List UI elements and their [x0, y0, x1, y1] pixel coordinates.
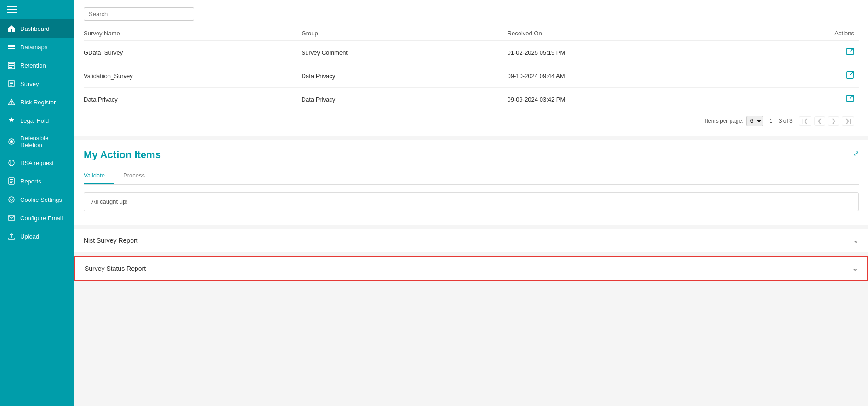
svg-rect-19 — [10, 179, 13, 180]
search-bar — [84, 7, 859, 21]
chevron-down-icon: ⌄ — [852, 264, 858, 273]
retention-icon — [7, 61, 16, 69]
sidebar-item-defensible-deletion[interactable]: Defensible Deletion — [0, 130, 74, 154]
sidebar-item-label: Risk Register — [20, 99, 56, 106]
svg-point-15 — [10, 140, 13, 143]
table-row: Validatiion_Survey Data Privacy 09-10-20… — [84, 64, 859, 88]
hamburger-icon[interactable] — [7, 6, 17, 13]
sidebar-item-label: Legal Hold — [20, 117, 49, 124]
col-actions: Actions — [760, 26, 859, 41]
survey-status-report-section[interactable]: Survey Status Report ⌄ — [74, 256, 868, 281]
svg-rect-5 — [9, 65, 14, 66]
pagination: Items per page: 6 1 – 3 of 3 |❮ ❮ ❯ ❯| — [84, 111, 859, 129]
col-survey-name: Survey Name — [84, 26, 302, 41]
expand-icon[interactable]: ⤢ — [853, 149, 859, 158]
legalhold-icon — [7, 116, 16, 125]
sidebar-item-label: Datamaps — [20, 44, 47, 51]
svg-rect-9 — [10, 83, 13, 84]
page-range: 1 – 3 of 3 — [770, 118, 793, 124]
sidebar-item-label: Defensible Deletion — [20, 135, 67, 149]
deletion-icon — [7, 137, 16, 146]
sidebar-item-datamaps[interactable]: Datamaps — [0, 38, 74, 56]
sidebar-item-label: Reports — [20, 178, 41, 185]
svg-rect-2 — [8, 48, 15, 49]
cell-group: Data Privacy — [302, 88, 508, 111]
cell-actions — [760, 41, 859, 64]
first-page-btn[interactable]: |❮ — [799, 116, 811, 126]
svg-point-22 — [9, 197, 14, 202]
per-page-select[interactable]: 6 — [746, 116, 763, 126]
sidebar-item-label: Configure Email — [20, 215, 63, 222]
cell-actions — [760, 64, 859, 88]
cell-received-on: 01-02-2025 05:19 PM — [508, 41, 761, 64]
survey-responses-panel: Survey Name Group Received On Actions GD… — [74, 0, 868, 136]
open-icon[interactable] — [846, 73, 854, 80]
svg-point-23 — [10, 199, 11, 200]
sidebar-item-reports[interactable]: Reports — [0, 172, 74, 190]
datamaps-icon — [7, 43, 16, 51]
col-group: Group — [302, 26, 508, 41]
action-items-title: My Action Items — [84, 149, 859, 161]
home-icon — [7, 24, 16, 33]
col-received-on: Received On — [508, 26, 761, 41]
caught-up-message: All caught up! — [84, 192, 859, 211]
open-icon[interactable] — [846, 49, 854, 57]
tab-validate[interactable]: Validate — [84, 168, 114, 184]
survey-status-report-title: Survey Status Report — [85, 265, 146, 272]
sidebar-item-legal-hold[interactable]: Legal Hold — [0, 111, 74, 130]
cell-survey-name: Data Privacy — [84, 88, 302, 111]
svg-point-25 — [11, 200, 12, 201]
sidebar-item-label: Retention — [20, 62, 46, 69]
prev-page-btn[interactable]: ❮ — [814, 116, 825, 126]
cell-received-on: 09-09-2024 03:42 PM — [508, 88, 761, 111]
panel-content: Survey Name Group Received On Actions GD… — [74, 0, 868, 136]
reports-icon — [7, 177, 16, 185]
cell-group: Survey Comment — [302, 41, 508, 64]
chevron-down-icon: ⌄ — [853, 236, 859, 245]
cell-survey-name: GData_Survey — [84, 41, 302, 64]
survey-table: Survey Name Group Received On Actions GD… — [84, 26, 859, 111]
cell-group: Data Privacy — [302, 64, 508, 88]
svg-rect-21 — [10, 182, 12, 183]
action-items-panel: My Action Items ⤢ Validate Process All c… — [74, 140, 868, 225]
svg-rect-20 — [10, 181, 13, 182]
table-row: GData_Survey Survey Comment 01-02-2025 0… — [84, 41, 859, 64]
svg-rect-6 — [9, 67, 12, 68]
nist-report-title: Nist Survey Report — [84, 237, 137, 244]
sidebar-item-configure-email[interactable]: Configure Email — [0, 209, 74, 227]
table-row: Data Privacy Data Privacy 09-09-2024 03:… — [84, 88, 859, 111]
cell-survey-name: Validatiion_Survey — [84, 64, 302, 88]
sidebar-item-retention[interactable]: Retention — [0, 56, 74, 74]
sidebar-item-dsa-request[interactable]: i DSA request — [0, 154, 74, 172]
svg-rect-4 — [9, 63, 14, 64]
svg-line-28 — [850, 48, 853, 51]
svg-rect-10 — [10, 85, 12, 86]
sidebar: Dashboard Datamaps Retention Survey — [0, 0, 74, 406]
sidebar-item-risk-register[interactable]: Risk Register — [0, 93, 74, 111]
next-page-btn[interactable]: ❯ — [828, 116, 839, 126]
svg-line-32 — [850, 95, 853, 98]
sidebar-item-upload[interactable]: Upload — [0, 227, 74, 246]
upload-icon — [7, 232, 16, 240]
svg-text:i: i — [10, 161, 11, 166]
nist-survey-report-section[interactable]: Nist Survey Report ⌄ — [74, 229, 868, 252]
main-content: Survey Name Group Received On Actions GD… — [74, 0, 868, 406]
last-page-btn[interactable]: ❯| — [842, 116, 854, 126]
open-icon[interactable] — [846, 96, 854, 104]
cookie-icon — [7, 195, 16, 204]
sidebar-item-label: Upload — [20, 233, 39, 240]
svg-rect-1 — [8, 46, 15, 47]
sidebar-item-cookie-settings[interactable]: Cookie Settings — [0, 190, 74, 209]
sidebar-item-label: DSA request — [20, 160, 54, 166]
sidebar-item-survey[interactable]: Survey — [0, 74, 74, 93]
sidebar-item-dashboard[interactable]: Dashboard — [0, 19, 74, 38]
sidebar-item-label: Survey — [20, 80, 39, 87]
search-input[interactable] — [84, 7, 194, 21]
tab-process[interactable]: Process — [123, 168, 154, 184]
sidebar-nav: Dashboard Datamaps Retention Survey — [0, 19, 74, 246]
email-icon — [7, 214, 16, 222]
cell-actions — [760, 88, 859, 111]
svg-rect-12 — [11, 101, 11, 103]
svg-rect-13 — [11, 103, 11, 104]
sidebar-header[interactable] — [0, 0, 74, 19]
